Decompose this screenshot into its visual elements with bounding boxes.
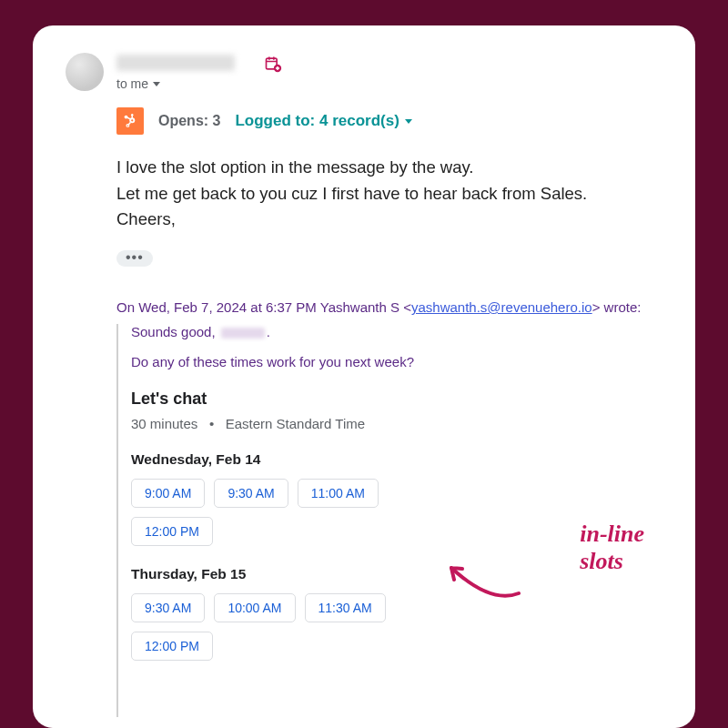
quote-greeting: Sounds good, .	[131, 324, 662, 339]
avatar	[66, 53, 104, 91]
chevron-down-icon	[405, 119, 412, 124]
time-slot[interactable]: 9:30 AM	[214, 479, 288, 508]
widget-meta: 30 minutes • Eastern Standard Time	[131, 416, 662, 431]
svg-point-9	[131, 119, 133, 121]
chevron-down-icon	[153, 82, 160, 86]
day-block: Thursday, Feb 15 9:30 AM 10:00 AM 11:30 …	[131, 566, 662, 661]
opens-count: Opens: 3	[158, 113, 220, 129]
time-slot[interactable]: 10:00 AM	[214, 593, 295, 622]
hubspot-icon[interactable]	[116, 107, 144, 135]
time-slot[interactable]: 11:30 AM	[305, 593, 386, 622]
logged-label: Logged to: 4 record(s)	[235, 112, 399, 130]
annotation-label: in-line slots	[580, 521, 644, 575]
widget-title: Let's chat	[131, 389, 662, 409]
sender-block: to me	[116, 53, 235, 91]
svg-point-14	[126, 125, 129, 127]
time-slot[interactable]: 12:00 PM	[131, 517, 213, 546]
name-redacted	[221, 328, 265, 339]
body-line: Cheers,	[116, 207, 662, 233]
annotation-arrow-icon	[440, 561, 522, 606]
logged-dropdown[interactable]: Logged to: 4 record(s)	[235, 112, 411, 130]
time-slot[interactable]: 9:30 AM	[131, 593, 205, 622]
email-header: to me	[66, 53, 662, 91]
time-slot[interactable]: 11:00 AM	[298, 479, 379, 508]
tracking-bar: Opens: 3 Logged to: 4 record(s)	[116, 107, 662, 135]
body-line: I love the slot option in the message by…	[116, 155, 662, 181]
email-card: to me	[33, 25, 695, 728]
slot-row: 9:00 AM 9:30 AM 11:00 AM 12:00 PM	[131, 479, 459, 546]
body-line: Let me get back to you cuz I first have …	[116, 181, 662, 207]
sender-email-link[interactable]: yashwanth.s@revenuehero.io	[411, 299, 592, 315]
quoted-header: On Wed, Feb 7, 2024 at 6:37 PM Yashwanth…	[116, 299, 662, 315]
quote-question: Do any of these times work for you next …	[131, 354, 662, 369]
to-line[interactable]: to me	[116, 76, 235, 91]
day-label: Wednesday, Feb 14	[131, 451, 662, 468]
to-label: to me	[116, 76, 148, 91]
show-trimmed-content[interactable]: •••	[116, 250, 153, 267]
calendar-add-icon[interactable]	[264, 55, 282, 73]
slot-row: 9:30 AM 10:00 AM 11:30 AM 12:00 PM	[131, 593, 459, 661]
sender-name-redacted	[116, 55, 235, 71]
time-slot[interactable]: 12:00 PM	[131, 632, 213, 661]
email-body: I love the slot option in the message by…	[116, 155, 662, 233]
time-slot[interactable]: 9:00 AM	[131, 479, 205, 508]
svg-point-12	[131, 114, 133, 116]
